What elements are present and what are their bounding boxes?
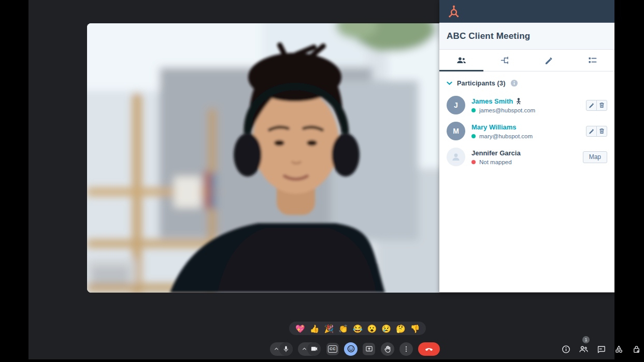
hubspot-logo-icon: [448, 5, 460, 18]
participant-status: Not mapped: [471, 159, 583, 165]
reaction-cry[interactable]: 😢: [381, 325, 391, 332]
edit-mapping-button[interactable]: [586, 100, 597, 111]
row-actions: Map: [583, 151, 607, 163]
participant-info: James Smith james@hubspo: [471, 97, 586, 113]
present-screen-icon: [365, 345, 373, 353]
people-button[interactable]: [578, 343, 589, 355]
hubspot-navbar: [439, 0, 614, 23]
activities-button[interactable]: [613, 343, 624, 355]
mic-button[interactable]: [279, 342, 293, 356]
reaction-thumbs-down[interactable]: 👎: [410, 325, 420, 332]
associations-icon: [500, 56, 509, 65]
participant-info: Jennifer Garcia Not mapped: [471, 149, 583, 165]
panel-tabs: [439, 50, 614, 71]
participant-row: Jennifer Garcia Not mapped Map: [447, 148, 607, 166]
cc-icon: CC: [328, 345, 337, 353]
video-tile-self: [87, 23, 468, 293]
collapse-chevron-icon[interactable]: [447, 81, 452, 85]
people-count-badge: 1: [582, 336, 590, 343]
info-icon: [561, 344, 571, 354]
participant-status: james@hubspot.com: [471, 107, 586, 113]
mic-icon: [282, 345, 290, 353]
reaction-surprised[interactable]: 😮: [367, 325, 377, 332]
mic-button-group: [270, 342, 293, 356]
camera-options-chevron-icon[interactable]: [301, 346, 307, 352]
captions-button[interactable]: CC: [326, 343, 339, 355]
raise-hand-icon: [383, 345, 392, 353]
more-options-button[interactable]: [399, 342, 413, 356]
participant-status: mary@hubspot.com: [471, 133, 586, 139]
participants-count-label: Participants (3): [457, 80, 506, 87]
meeting-title: ABC Client Meeting: [447, 31, 530, 41]
participant-name-link[interactable]: James Smith: [471, 97, 586, 105]
pencil-icon: [545, 56, 553, 65]
person-silhouette-icon: [451, 152, 461, 162]
tab-associations[interactable]: [483, 50, 527, 71]
reactions-toggle-button[interactable]: [344, 342, 357, 356]
participant-name: Jennifer Garcia: [471, 149, 583, 157]
reaction-bar: 💖 👍 🎉 👏 😂 😮 😢 🤔 👎: [289, 322, 426, 335]
participants-section-header: Participants (3): [447, 79, 607, 87]
lock-icon: [632, 344, 641, 354]
participant-row: M Mary Williams mary@hubspot.com: [447, 122, 607, 140]
participant-name: Mary Williams: [471, 123, 517, 131]
activities-icon: [614, 344, 624, 354]
row-actions: [586, 100, 607, 111]
meeting-titlebar: ABC Client Meeting: [439, 23, 614, 50]
participant-email: james@hubspot.com: [479, 107, 535, 113]
trash-icon: [599, 102, 605, 108]
participant-email: mary@hubspot.com: [479, 133, 533, 139]
tab-notes[interactable]: [527, 50, 571, 71]
participant-info: Mary Williams mary@hubspot.com: [471, 123, 586, 139]
end-call-icon: [424, 344, 434, 354]
mic-options-chevron-icon[interactable]: [273, 346, 279, 352]
edit-icon: [589, 128, 594, 134]
reaction-thinking[interactable]: 🤔: [396, 325, 406, 332]
end-call-button[interactable]: [418, 342, 440, 356]
participants-list: J James Smith: [447, 96, 607, 166]
chat-icon: [596, 344, 606, 354]
row-actions: [586, 126, 607, 137]
camera-button[interactable]: [307, 342, 321, 356]
delete-mapping-button[interactable]: [596, 126, 607, 137]
avatar: J: [447, 96, 465, 114]
info-tooltip-icon[interactable]: [510, 79, 518, 87]
organizer-icon: [516, 98, 522, 105]
chat-button[interactable]: [595, 343, 607, 355]
participant-name: James Smith: [471, 97, 513, 105]
avatar-placeholder: [447, 148, 465, 166]
more-vertical-icon: [403, 345, 410, 353]
meet-status-bar: [560, 343, 642, 355]
trash-icon: [599, 128, 605, 134]
attendees-icon: [456, 56, 466, 65]
map-button[interactable]: Map: [583, 151, 607, 163]
smiley-icon: [347, 344, 355, 353]
tab-attendees[interactable]: [439, 50, 483, 71]
reaction-thumbs-up[interactable]: 👍: [310, 325, 320, 332]
participant-row: J James Smith: [447, 96, 607, 114]
mapped-status-dot: [471, 108, 476, 112]
edit-mapping-button[interactable]: [586, 126, 597, 137]
meet-control-bar: CC: [270, 342, 440, 356]
edit-icon: [589, 103, 594, 108]
list-icon: [588, 56, 597, 64]
unmapped-status-dot: [471, 160, 476, 164]
reaction-clap[interactable]: 👏: [338, 325, 348, 332]
hubspot-extension-panel: ABC Client Meeting: [439, 0, 614, 293]
host-controls-button[interactable]: [631, 343, 642, 355]
reaction-joy[interactable]: 😂: [353, 325, 363, 332]
participant-name-link[interactable]: Mary Williams: [471, 123, 586, 131]
present-button[interactable]: [363, 343, 375, 355]
delete-mapping-button[interactable]: [596, 100, 607, 111]
raise-hand-button[interactable]: [381, 342, 394, 356]
people-icon: [578, 344, 589, 355]
tab-action-items[interactable]: [571, 50, 615, 71]
avatar: M: [447, 122, 465, 140]
meeting-details-button[interactable]: [560, 343, 571, 355]
participant-status-text: Not mapped: [479, 159, 512, 165]
attendees-tab-content: Participants (3) J James Smith: [439, 71, 614, 292]
mapped-status-dot: [471, 134, 476, 138]
camera-button-group: [298, 342, 321, 356]
reaction-tada[interactable]: 🎉: [324, 325, 334, 332]
reaction-sparkling-heart[interactable]: 💖: [295, 325, 305, 332]
